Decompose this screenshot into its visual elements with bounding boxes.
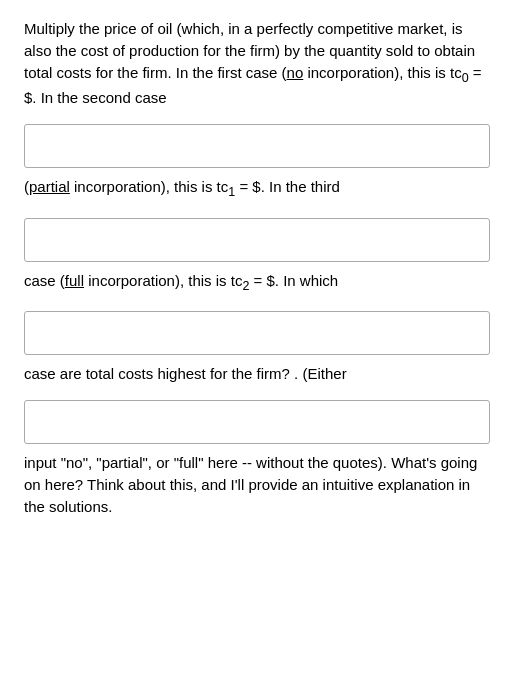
text-partial-cont: incorporation), this is tc <box>70 178 228 195</box>
input-field-4[interactable] <box>24 400 490 444</box>
text-case-line: case are total costs highest for the fir… <box>24 365 347 382</box>
paragraph-partial: (partial incorporation), this is tc1 = $… <box>24 176 490 201</box>
text-footer: input "no", "partial", or "full" here --… <box>24 454 477 515</box>
paragraph-intro: Multiply the price of oil (which, in a p… <box>24 18 490 108</box>
text-full-underline: full <box>65 272 84 289</box>
input-field-1[interactable] <box>24 124 490 168</box>
main-content: Multiply the price of oil (which, in a p… <box>24 18 490 518</box>
text-partial-underline: partial <box>29 178 70 195</box>
paragraph-case: case are total costs highest for the fir… <box>24 363 490 385</box>
text-full-eq: = $. In which <box>249 272 338 289</box>
input-field-3[interactable] <box>24 311 490 355</box>
text-full-cont: incorporation), this is tc <box>84 272 242 289</box>
text-full-prefix: case ( <box>24 272 65 289</box>
input-field-2[interactable] <box>24 218 490 262</box>
paragraph-footer: input "no", "partial", or "full" here --… <box>24 452 490 517</box>
paragraph-full: case (full incorporation), this is tc2 =… <box>24 270 490 295</box>
text-sub0: 0 <box>462 71 469 85</box>
text-intro-2: incorporation), this is tc <box>303 64 461 81</box>
text-partial-eq: = $. In the third <box>235 178 340 195</box>
text-no-underline: no <box>287 64 304 81</box>
